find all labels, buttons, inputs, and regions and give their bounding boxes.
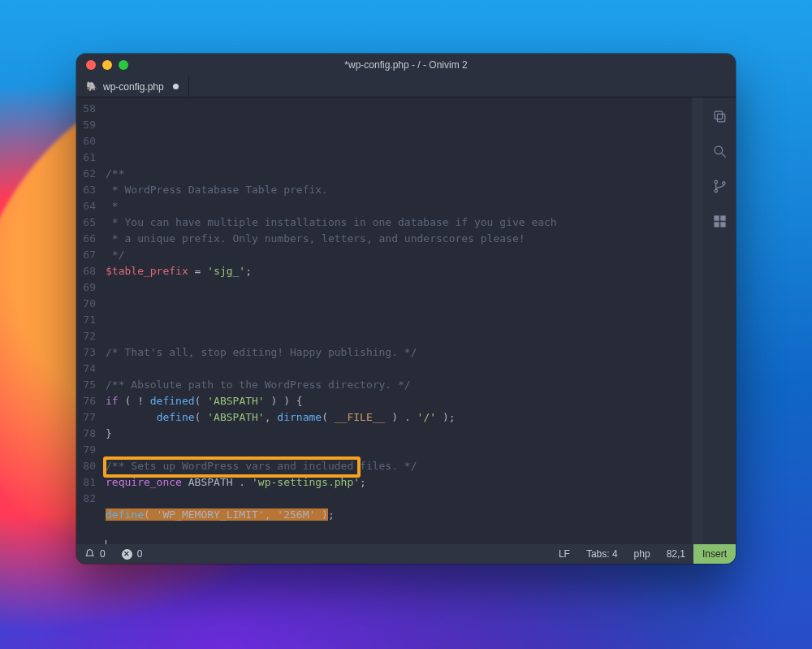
svg-rect-0 <box>717 114 725 122</box>
window-title: *wp-config.php - / - Onivim 2 <box>76 59 736 71</box>
error-icon: ✕ <box>122 549 132 560</box>
code-line[interactable]: * <box>106 198 692 214</box>
svg-rect-1 <box>715 111 723 119</box>
code-line[interactable]: /* That's all, stop editing! Happy publi… <box>106 344 692 361</box>
code-line[interactable]: /** Sets up WordPress vars and included … <box>106 458 692 474</box>
code-line[interactable]: /** Absolute path to the WordPress direc… <box>106 377 692 393</box>
code-line[interactable]: require_once ABSPATH . 'wp-settings.php'… <box>106 474 692 491</box>
svg-rect-8 <box>720 215 725 220</box>
error-count: 0 <box>137 548 143 560</box>
php-filetype-icon: 🐘 <box>86 81 97 92</box>
code-line[interactable]: * You can have multiple installations in… <box>106 214 692 231</box>
tab-modified-indicator <box>173 84 179 89</box>
code-content[interactable]: /** * WordPress Database Table prefix. *… <box>101 97 692 544</box>
code-line[interactable]: /** <box>106 166 692 182</box>
code-line[interactable] <box>106 296 692 312</box>
code-line[interactable]: */ <box>106 247 692 263</box>
code-line[interactable]: * a unique prefix. Only numbers, letters… <box>106 231 692 247</box>
code-line[interactable]: } <box>106 426 692 442</box>
status-bar: 0 ✕ 0 LF Tabs: 4 php 82,1 Insert <box>76 544 736 564</box>
window-controls <box>76 60 128 70</box>
svg-line-3 <box>721 154 725 158</box>
tab-wp-config[interactable]: 🐘 wp-config.php <box>76 76 189 97</box>
code-line[interactable] <box>106 328 692 344</box>
svg-rect-10 <box>720 222 725 227</box>
code-line[interactable] <box>106 361 692 377</box>
status-mode[interactable]: Insert <box>693 544 736 564</box>
svg-point-6 <box>722 182 724 184</box>
code-line[interactable]: $table_prefix = 'sjg_'; <box>106 263 692 279</box>
status-position[interactable]: 82,1 <box>659 548 693 560</box>
maximize-button[interactable] <box>119 60 128 70</box>
status-line-ending[interactable]: LF <box>551 548 578 560</box>
code-line[interactable]: define( 'WP_MEMORY_LIMIT', '256M' ); <box>106 507 692 523</box>
grid-icon[interactable] <box>712 214 728 232</box>
code-line[interactable] <box>106 442 692 458</box>
editor-area[interactable]: 5859606162636465666768697071727374757677… <box>76 97 703 544</box>
status-notifications[interactable]: 0 <box>76 547 114 560</box>
svg-rect-7 <box>714 215 719 220</box>
svg-point-2 <box>715 146 723 154</box>
code-line[interactable]: * WordPress Database Table prefix. <box>106 182 692 198</box>
bell-count: 0 <box>100 548 106 560</box>
code-line[interactable] <box>106 539 692 544</box>
search-icon[interactable] <box>712 144 728 162</box>
code-line[interactable] <box>106 491 692 507</box>
minimize-button[interactable] <box>102 60 112 70</box>
svg-point-4 <box>715 180 717 183</box>
status-errors[interactable]: ✕ 0 <box>114 548 151 560</box>
editor-window: *wp-config.php - / - Onivim 2 🐘 wp-confi… <box>76 54 736 564</box>
code-line[interactable]: define( 'ABSPATH', dirname( __FILE__ ) .… <box>106 409 692 426</box>
tab-bar[interactable]: 🐘 wp-config.php <box>76 76 736 97</box>
line-number-gutter: 5859606162636465666768697071727374757677… <box>76 97 101 544</box>
titlebar[interactable]: *wp-config.php - / - Onivim 2 <box>76 54 736 76</box>
tab-label: wp-config.php <box>103 81 164 93</box>
status-language[interactable]: php <box>626 548 659 560</box>
status-tabs[interactable]: Tabs: 4 <box>578 548 626 560</box>
branch-icon[interactable] <box>712 179 728 197</box>
svg-point-5 <box>715 189 717 192</box>
bell-icon <box>84 547 95 560</box>
close-button[interactable] <box>86 60 96 70</box>
code-line[interactable] <box>106 312 692 328</box>
code-line[interactable]: if ( ! defined( 'ABSPATH' ) ) { <box>106 393 692 409</box>
code-line[interactable] <box>106 279 692 296</box>
desktop-wallpaper: *wp-config.php - / - Onivim 2 🐘 wp-confi… <box>0 0 812 649</box>
copy-icon[interactable] <box>712 109 728 128</box>
code-line[interactable] <box>106 523 692 539</box>
scrollbar-track[interactable] <box>692 97 703 544</box>
svg-rect-9 <box>714 222 719 227</box>
activity-bar <box>703 97 736 544</box>
code-line[interactable] <box>106 149 692 166</box>
